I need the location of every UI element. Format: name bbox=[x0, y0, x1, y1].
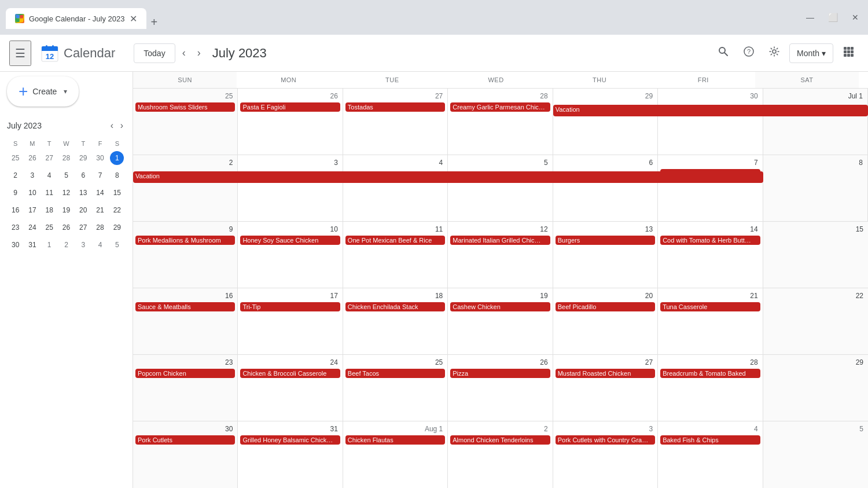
today-button[interactable]: Today bbox=[134, 43, 175, 63]
event-pork-cutlets[interactable]: Pork Cutlets bbox=[135, 435, 235, 445]
event-one-pot[interactable]: One Pot Mexican Beef & Rice bbox=[345, 236, 445, 245]
mini-cal-date-cell[interactable]: 2 bbox=[58, 236, 75, 254]
close-button[interactable]: ✕ bbox=[848, 12, 862, 23]
event-pork-med[interactable]: Pork Medallions & Mushroom bbox=[135, 236, 235, 245]
mini-cal-date-cell[interactable]: 5 bbox=[58, 167, 75, 184]
event-tuna[interactable]: Tuna Casserole bbox=[660, 302, 760, 311]
week-row-5: 23 Popcorn Chicken 24 Chicken & Broccoli… bbox=[133, 355, 868, 421]
mini-cal-date-cell[interactable]: 7 bbox=[91, 167, 108, 184]
event-cashew[interactable]: Cashew Chicken bbox=[450, 302, 550, 311]
mini-cal-date-cell[interactable]: 26 bbox=[58, 219, 75, 236]
mini-cal-date-cell[interactable]: 18 bbox=[41, 201, 58, 219]
event-mushroom[interactable]: Mushroom Swiss Sliders bbox=[135, 102, 235, 112]
apps-grid-button[interactable] bbox=[838, 41, 859, 65]
event-chicken-flautas[interactable]: Chicken Flautas bbox=[345, 435, 445, 445]
minimize-button[interactable]: — bbox=[803, 12, 818, 23]
mini-cal-date-cell[interactable]: 28 bbox=[58, 149, 75, 167]
active-tab[interactable]: Google Calendar - July 2023 ✕ bbox=[6, 8, 146, 29]
event-pork-country[interactable]: Pork Cutlets with Country Gra… bbox=[556, 435, 655, 445]
tab-close-button[interactable]: ✕ bbox=[130, 13, 137, 24]
event-tostadas[interactable]: Tostadas bbox=[345, 102, 445, 112]
event-sauce[interactable]: Sauce & Meatballs bbox=[135, 302, 235, 311]
mini-cal-date-cell[interactable]: 2 bbox=[7, 167, 24, 184]
mini-cal-date-cell[interactable]: 5 bbox=[109, 236, 126, 254]
mini-cal-date-cell[interactable]: 27 bbox=[41, 149, 58, 167]
mini-cal-date-cell[interactable]: 9 bbox=[7, 184, 24, 201]
mini-cal-date-cell[interactable]: 30 bbox=[7, 236, 24, 254]
event-tri-tip[interactable]: Tri-Tip bbox=[240, 302, 340, 311]
date-13: 13 bbox=[556, 224, 655, 234]
new-tab-button[interactable]: + bbox=[146, 16, 163, 29]
mini-cal-date-cell[interactable]: 26 bbox=[24, 149, 41, 167]
mini-cal-date-cell[interactable]: 13 bbox=[75, 184, 91, 201]
svg-rect-1 bbox=[20, 15, 24, 19]
event-beef-pic[interactable]: Beef Picadillo bbox=[556, 302, 655, 311]
mini-cal-date-cell[interactable]: 31 bbox=[24, 236, 41, 254]
event-popcorn[interactable]: Popcorn Chicken bbox=[135, 369, 235, 378]
grid-icon bbox=[843, 46, 854, 57]
next-month-button[interactable]: › bbox=[193, 42, 205, 64]
mini-cal-date-cell[interactable]: 11 bbox=[41, 184, 58, 201]
mini-cal-date-cell[interactable]: 10 bbox=[24, 184, 41, 201]
mini-cal-date-cell[interactable]: 29 bbox=[109, 219, 126, 236]
mini-cal-date-cell[interactable]: 17 bbox=[24, 201, 41, 219]
mini-cal-date-cell[interactable]: 1 bbox=[41, 236, 58, 254]
mini-cal-date-cell[interactable]: 22 bbox=[109, 201, 126, 219]
create-button[interactable]: + Create ▾ bbox=[7, 76, 79, 107]
event-beef-tacos[interactable]: Beef Tacos bbox=[345, 369, 445, 378]
mini-cal-date-cell[interactable]: 3 bbox=[75, 236, 91, 254]
mini-cal-date-cell[interactable]: 21 bbox=[91, 201, 108, 219]
event-broccoli[interactable]: Chicken & Broccoli Casserole bbox=[240, 369, 340, 378]
event-burgers[interactable]: Burgers bbox=[556, 236, 655, 245]
mini-cal-date-cell[interactable]: 15 bbox=[109, 184, 126, 201]
cal-cell-9: 9 Pork Medallions & Mushroom bbox=[133, 222, 238, 288]
event-honey-soy[interactable]: Honey Soy Sauce Chicken bbox=[240, 236, 340, 245]
mini-cal-date-cell[interactable]: 23 bbox=[7, 219, 24, 236]
cal-cell-4: 4 bbox=[343, 155, 448, 221]
event-mustard[interactable]: Mustard Roasted Chicken bbox=[556, 369, 655, 378]
mini-cal-date-cell[interactable]: 14 bbox=[91, 184, 108, 201]
event-vacation-w2[interactable]: Vacation bbox=[133, 171, 763, 183]
event-baked-fish[interactable]: Baked Fish & Chips bbox=[660, 435, 760, 445]
event-creamy[interactable]: Creamy Garlic Parmesan Chic… bbox=[450, 102, 550, 112]
mini-cal-date-cell[interactable]: 19 bbox=[58, 201, 75, 219]
hamburger-menu-button[interactable]: ☰ bbox=[9, 41, 31, 66]
mini-cal-date-cell[interactable]: 29 bbox=[75, 149, 91, 167]
event-pasta[interactable]: Pasta E Fagioli bbox=[240, 102, 340, 112]
mini-cal-date-cell[interactable]: 27 bbox=[75, 219, 91, 236]
mini-cal-date-cell[interactable]: 20 bbox=[75, 201, 91, 219]
event-marinated[interactable]: Marinated Italian Grilled Chic… bbox=[450, 236, 550, 245]
event-enchilada[interactable]: Chicken Enchilada Stack bbox=[345, 302, 445, 311]
search-button[interactable] bbox=[713, 41, 734, 65]
mini-cal-date-cell[interactable]: 3 bbox=[24, 167, 41, 184]
event-cod[interactable]: Cod with Tomato & Herb Butt… bbox=[660, 236, 760, 245]
view-selector-button[interactable]: Month ▾ bbox=[789, 43, 833, 63]
mini-cal-date-cell[interactable]: 8 bbox=[109, 167, 126, 184]
event-pizza[interactable]: Pizza bbox=[450, 369, 550, 378]
prev-month-button[interactable]: ‹ bbox=[178, 42, 190, 64]
settings-button[interactable] bbox=[764, 41, 785, 65]
mini-cal-date-cell[interactable]: 6 bbox=[75, 167, 91, 184]
mini-cal-date-cell[interactable]: 1 bbox=[109, 149, 126, 167]
mini-cal-date-cell[interactable]: 25 bbox=[41, 219, 58, 236]
tab-bar: Google Calendar - July 2023 ✕ + bbox=[6, 6, 162, 29]
mini-cal-date-cell[interactable]: 4 bbox=[41, 167, 58, 184]
date-14: 14 bbox=[660, 224, 760, 234]
mini-cal-date-cell[interactable]: 25 bbox=[7, 149, 24, 167]
date-19: 19 bbox=[450, 291, 550, 301]
mini-prev-button[interactable]: ‹ bbox=[108, 118, 116, 133]
event-vacation-w1[interactable]: Vacation bbox=[553, 105, 868, 116]
event-grilled-honey[interactable]: Grilled Honey Balsamic Chick… bbox=[240, 435, 340, 445]
mini-cal-date-cell[interactable]: 16 bbox=[7, 201, 24, 219]
mini-cal-date-cell[interactable]: 12 bbox=[58, 184, 75, 201]
date-9: 9 bbox=[135, 224, 235, 234]
event-almond[interactable]: Almond Chicken Tenderloins bbox=[450, 435, 550, 445]
mini-cal-date-cell[interactable]: 24 bbox=[24, 219, 41, 236]
event-breadcrumb[interactable]: Breadcrumb & Tomato Baked bbox=[660, 369, 760, 378]
mini-next-button[interactable]: › bbox=[118, 118, 126, 133]
mini-cal-date-cell[interactable]: 4 bbox=[91, 236, 108, 254]
help-button[interactable]: ? bbox=[738, 41, 759, 65]
maximize-button[interactable]: ⬜ bbox=[825, 12, 841, 23]
mini-cal-date-cell[interactable]: 30 bbox=[91, 149, 108, 167]
mini-cal-date-cell[interactable]: 28 bbox=[91, 219, 108, 236]
